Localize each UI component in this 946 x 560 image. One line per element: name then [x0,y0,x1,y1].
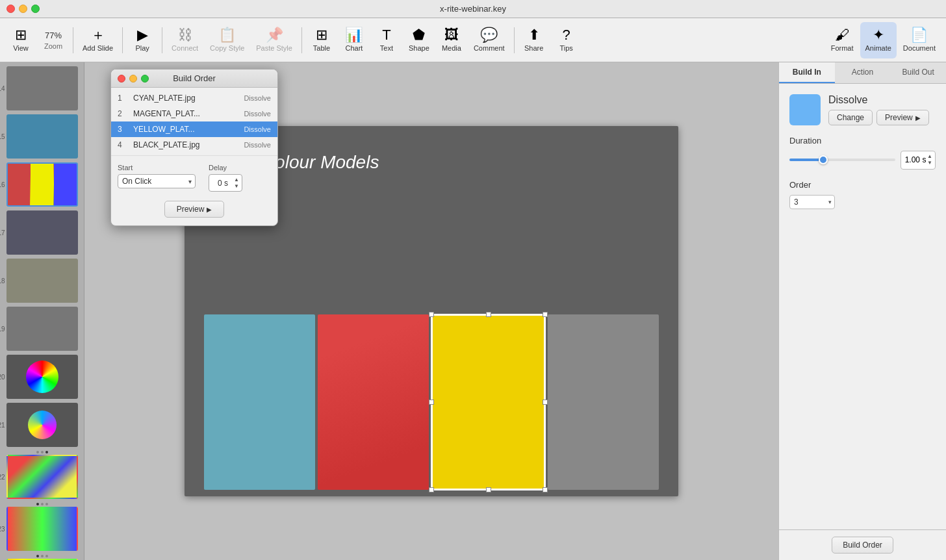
right-tabs: Build In Action Build Out [779,62,946,84]
divider-2 [122,27,123,53]
start-select[interactable]: On Click Automatically With Build After … [118,174,196,188]
titlebar: x-rite-webinar.key [0,0,946,18]
dots-22 [0,503,84,505]
handle-tm[interactable] [486,312,491,317]
add-slide-label: Add Slide [83,44,113,52]
handle-mr[interactable] [543,400,548,405]
slide-thumb-19[interactable]: 19 [6,307,78,351]
table-button[interactable]: ⊞ Table [306,22,337,58]
handle-tr[interactable] [543,312,548,317]
change-button[interactable]: Change [828,110,873,125]
tips-button[interactable]: ? Tips [551,22,582,58]
delay-increment[interactable]: ▲ [234,177,239,183]
zoom-button[interactable]: 77% Zoom [38,22,69,58]
duration-label: Duration [789,136,936,146]
table-icon: ⊞ [316,28,327,42]
build-row-4[interactable]: 4 BLACK_PLATE.jpg Dissolve [111,137,277,153]
paste-style-button[interactable]: 📌 Paste Style [251,22,298,58]
handle-br[interactable] [543,487,548,492]
handle-ml[interactable] [429,400,434,405]
view-button[interactable]: ⊞ View [5,22,36,58]
build-effect-4: Dissolve [244,141,271,149]
copy-style-label: Copy Style [210,44,244,52]
media-button[interactable]: 🖼 Media [436,22,467,58]
format-button[interactable]: 🖌 Format [826,22,859,58]
duration-increment[interactable]: ▲ [927,153,932,160]
animate-button[interactable]: ✦ Animate [860,22,897,58]
build-num-3: 3 [118,125,128,134]
black-plate[interactable] [548,314,659,490]
text-button[interactable]: T Text [371,22,402,58]
preview-button-right[interactable]: Preview ▶ [876,110,929,125]
order-select[interactable]: 1 2 3 4 [789,195,835,209]
share-button[interactable]: ⬆ Share [518,22,550,58]
shape-button[interactable]: ⬟ Shape [403,22,435,58]
start-group: Start On Click Automatically With Build … [118,164,196,188]
bo-max-button[interactable] [141,75,149,83]
slide-number-21: 21 [0,422,5,429]
build-bottom: Start On Click Automatically With Build … [111,155,277,225]
divider-1 [73,27,73,53]
duration-slider[interactable] [789,159,895,161]
bo-close-button[interactable] [118,75,125,83]
dot [41,555,44,557]
bo-min-button[interactable] [129,75,137,83]
preview-label-right: Preview [885,113,913,122]
delay-decrement[interactable]: ▼ [234,183,239,190]
slide-thumb-20[interactable]: 20 [6,355,78,399]
slide-thumb-17[interactable]: 17 [6,210,78,255]
preview-button[interactable]: Preview ▶ [164,201,225,218]
copy-style-button[interactable]: 📋 Copy Style [205,22,249,58]
dot [45,503,48,505]
build-row-2[interactable]: 2 MAGENTA_PLAT... Dissolve [111,106,277,121]
tab-build-out[interactable]: Build Out [890,62,946,83]
slide-number-15: 15 [0,133,5,140]
maximize-button[interactable] [31,5,40,13]
build-row-3[interactable]: 3 YELLOW_PLAT... Dissolve [111,121,277,137]
connect-button[interactable]: ⛓ Connect [166,22,203,58]
chart-label: Chart [345,44,363,52]
play-icon: ▶ [207,206,212,213]
slide-thumb-16[interactable]: 16 [6,162,78,207]
minimize-button[interactable] [19,5,27,13]
traffic-lights [6,5,40,13]
tab-action[interactable]: Action [835,62,891,83]
text-icon: T [382,28,390,42]
play-button[interactable]: ▶ Play [127,22,158,58]
handle-tl[interactable] [429,312,434,317]
handle-bm[interactable] [486,487,491,492]
slide-thumb-23[interactable]: 23 [6,507,78,551]
slide-thumb-22[interactable]: 22 [6,455,78,499]
share-label: Share [524,44,543,52]
view-icon: ⊞ [15,28,27,42]
effect-icon [789,94,821,125]
slide-thumb-18[interactable]: 18 [6,259,78,303]
build-row-1[interactable]: 1 CYAN_PLATE.jpg Dissolve [111,90,277,106]
slide-preview-19 [6,307,78,351]
slide-thumb-14[interactable]: 14 [6,66,78,110]
order-label: Order [789,180,936,190]
comment-button[interactable]: 💬 Comment [468,22,510,58]
slide-thumb-21[interactable]: 21 [6,403,78,447]
chart-button[interactable]: 📊 Chart [339,22,370,58]
duration-spinner: ▲ ▼ [927,153,932,167]
view-label: View [13,44,29,52]
duration-decrement[interactable]: ▼ [927,160,932,166]
zoom-label: Zoom [44,42,62,50]
close-button[interactable] [6,5,15,13]
tab-build-in[interactable]: Build In [779,62,835,83]
canvas-area: ry: Colour Models [84,62,778,560]
slide-preview-18 [6,259,78,303]
zoom-percentage: 77% [45,31,62,40]
document-button[interactable]: 📄 Document [898,22,941,58]
add-slide-button[interactable]: ＋ Add Slide [77,22,118,58]
delay-input: 0 s ▲ ▼ [209,174,242,192]
dot-active [36,555,39,557]
build-order-button[interactable]: Build Order [832,537,893,554]
yellow-plate[interactable] [431,314,545,490]
handle-bl[interactable] [429,487,434,492]
window-title: x-rite-webinar.key [440,4,506,14]
cyan-plate[interactable] [204,314,315,490]
magenta-plate[interactable] [318,314,429,490]
slide-thumb-15[interactable]: 15 [6,114,78,159]
